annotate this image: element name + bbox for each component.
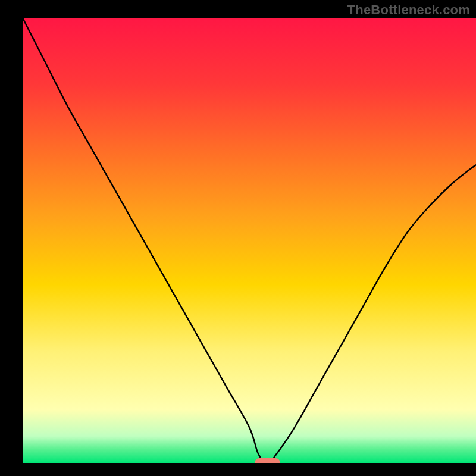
frame-bottom xyxy=(0,463,476,476)
plot-background xyxy=(23,18,476,463)
bottleneck-chart xyxy=(0,0,476,476)
frame-left xyxy=(0,0,23,476)
chart-container: TheBottleneck.com xyxy=(0,0,476,476)
watermark-text: TheBottleneck.com xyxy=(347,2,470,18)
